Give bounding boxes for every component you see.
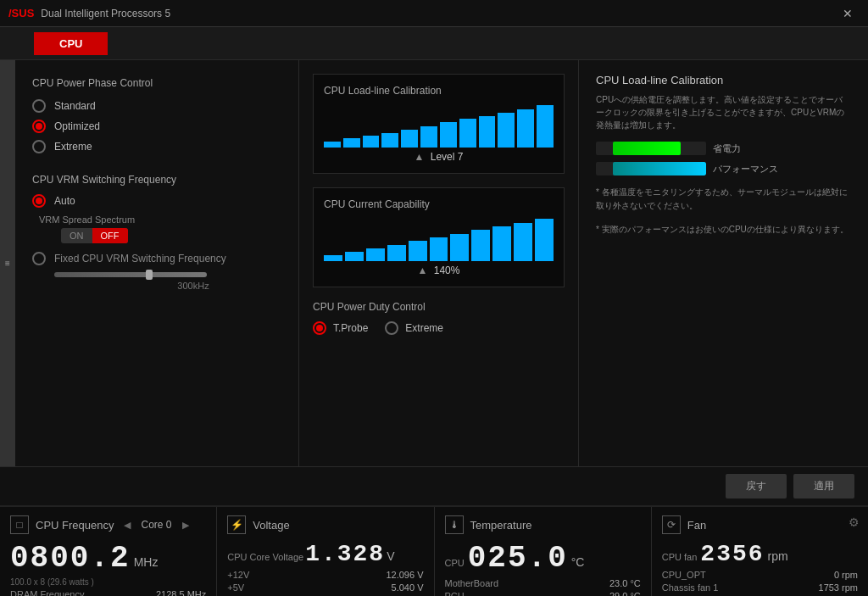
asus-logo: /SUS [8,7,34,19]
pch-temp-row: PCH 29.0 °C [445,591,641,596]
voltage-panel: ⚡ Voltage CPU Core Voltage 1.328 V +12V … [217,507,434,596]
cpu-icon: □ [10,515,29,534]
load-line-level: ▲ Level 7 [324,151,554,163]
freq-slider-thumb[interactable] [146,270,153,280]
voltage-icon: ⚡ [227,515,246,534]
freq-label: 300kHz [105,281,281,291]
spread-spectrum-container: VRM Spread Spectrum ON OFF [39,214,281,243]
fixed-vrm-option[interactable]: Fixed CPU VRM Switching Frequency [32,252,281,265]
cpu-fan-unit: rpm [768,549,788,563]
fan-settings-icon[interactable]: ⚙ [849,515,860,529]
revert-button[interactable]: 戻す [726,474,787,499]
sidebar-toggle[interactable]: ≡ [0,60,15,466]
meter-bg-perf [596,162,706,175]
cap-bar-6 [430,237,448,261]
radio-auto[interactable]: Auto [32,194,281,208]
cpu-panel-header: □ CPU Frequency ◀ Core 0 ▶ [10,515,206,534]
voltage-panel-header: ⚡ Voltage [227,515,423,534]
meter-label-power: 省電力 [713,142,741,155]
temp-icon: 🌡 [445,515,464,534]
left-panel: CPU Power Phase Control Standard Optimiz… [15,60,299,466]
bar-1 [324,142,341,148]
close-button[interactable]: ✕ [836,5,860,22]
duty-control: CPU Power Duty Control T.Probe Extreme [313,301,565,342]
fan-panel: ⟳ Fan CPU fan 2356 rpm CPU_OPT 0 rpm Cha… [652,507,868,596]
load-line-title: CPU Load-line Calibration [324,85,554,97]
chassis1-row: Chassis fan 1 1753 rpm [662,582,858,593]
cpu-temp-row: CPU 025.0 °C [445,541,641,576]
calibration-title: CPU Load-line Calibration [596,74,851,86]
meter-bar-power [613,142,681,155]
toggle-group: ON OFF [61,228,281,243]
duty-tprobe[interactable]: T.Probe [313,321,368,335]
freq-slider-track[interactable] [54,272,207,277]
toggle-off[interactable]: OFF [92,228,128,243]
cpu-temp-label: CPU [445,558,465,568]
bar-8 [459,119,476,148]
radio-circle-extreme [32,140,46,153]
app-title: Dual Intelligent Processors 5 [41,8,170,19]
cap-bar-3 [366,248,385,261]
meter-bar-perf [613,162,706,175]
mb-temp-row: MotherBoard 23.0 °C [445,578,641,588]
load-line-bars [324,105,554,148]
cap-bar-1 [324,255,342,262]
calibration-note2: * 実際のパフォーマンスはお使いのCPUの仕様により異なります。 [596,223,851,237]
duty-control-title: CPU Power Duty Control [313,301,565,313]
core-label: Core 0 [141,519,171,531]
calibration-desc: CPUへの供給電圧を調整します。高い値を設定することでオーバークロックの限界を引… [596,93,851,131]
meter-row-perf: パフォーマンス [596,162,851,175]
cpu-fan-row: CPU fan 2356 rpm [662,541,858,567]
cpu-panel-title: CPU Frequency [36,519,114,532]
fan-icon: ⟳ [662,515,681,534]
duty-extreme[interactable]: Extreme [385,321,443,335]
cpu-core-label: CPU Core Voltage [227,552,303,562]
power-phase-title: CPU Power Phase Control [32,77,281,89]
cpu-core-voltage-row: CPU Core Voltage 1.328 V [227,541,423,567]
cpu-freq-value: 0800.2 [10,541,131,576]
right-panel: CPU Load-line Calibration CPUへの供給電圧を調整しま… [579,60,868,466]
radio-optimized[interactable]: Optimized [32,120,281,133]
cpu-core-value: 1.328 [305,541,385,567]
current-cap-chart: CPU Current Capability ▲ 140% [313,187,565,287]
cpu-core-unit: V [387,549,394,563]
bar-2 [343,138,360,148]
temp-panel-header: 🌡 Temperature [445,515,641,534]
cpu-temp-unit: °C [571,555,585,569]
title-bar: /SUS Dual Intelligent Processors 5 ✕ [0,0,868,27]
bar-11 [517,109,534,148]
cap-bar-2 [345,252,364,261]
voltage-panel-title: Voltage [253,519,289,532]
cpu-freq-unit: MHz [134,555,159,569]
vrm-title: CPU VRM Switching Frequency [32,174,281,186]
cap-bar-4 [387,245,406,261]
cap-bar-8 [471,230,490,261]
current-cap-bars [324,219,554,261]
radio-circle-duty-extreme [385,321,398,335]
spread-spectrum-label: VRM Spread Spectrum [39,214,281,225]
radio-circle-standard [32,99,46,113]
cap-bar-5 [409,241,427,261]
bar-12 [537,105,554,148]
duty-options: T.Probe Extreme [313,321,565,342]
cpu-nav-left[interactable]: ◀ [120,520,134,531]
radio-circle-tprobe [313,321,326,335]
radio-standard[interactable]: Standard [32,99,281,113]
action-bar: 戻す 適用 [0,466,868,505]
cpu-opt-row: CPU_OPT 0 rpm [662,570,858,580]
cpu-fan-label: CPU fan [662,552,698,562]
fan-panel-title: Fan [687,519,706,532]
apply-button[interactable]: 適用 [793,474,854,499]
toggle-switch[interactable]: ON OFF [61,228,128,243]
toggle-on[interactable]: ON [61,228,92,243]
meter-bg-power [596,142,706,155]
freq-slider-container: 300kHz [54,272,281,291]
bar-3 [363,136,380,148]
radio-extreme[interactable]: Extreme [32,140,281,153]
vrm-section: CPU VRM Switching Frequency Auto VRM Spr… [32,174,281,291]
cpu-nav-right[interactable]: ▶ [179,520,192,531]
middle-panel: CPU Load-line Calibration ▲ Level 7 [299,60,579,466]
tab-cpu[interactable]: CPU [34,32,108,55]
dram-row: DRAM Frequency 2128.5 MHz [10,589,206,596]
current-cap-value: ▲ 140% [324,265,554,276]
